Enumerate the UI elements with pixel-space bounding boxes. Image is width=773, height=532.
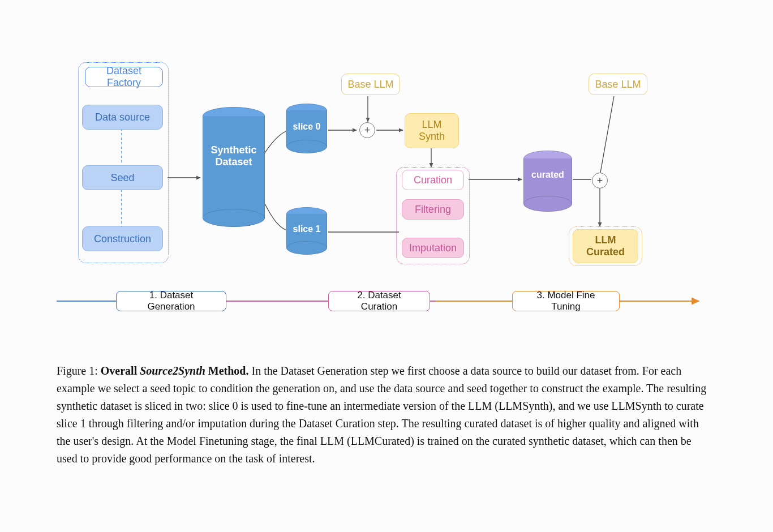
caption-title-b: Method. [205,364,249,377]
figure-caption: Figure 1: Overall Source2Synth Method. I… [57,362,711,467]
dataset-factory-title: Dataset Factory [85,67,163,87]
synthetic-dataset-cylinder: Synthetic Dataset [203,116,265,218]
plus-node-1: + [359,122,375,138]
timeline-step-3: 3. Model Fine Tuning [512,291,620,311]
curation-box: Curation [402,170,464,190]
construction-box: Construction [82,226,163,251]
imputation-box: Imputation [402,238,464,258]
timeline-step-2: 2. Dataset Curation [328,291,430,311]
data-source-box: Data source [82,105,163,130]
plus-node-2: + [592,173,608,188]
slice0-cylinder: slice 0 [286,110,327,147]
slice1-cylinder: slice 1 [286,214,327,248]
filtering-box: Filtering [402,199,464,220]
figure-label: Figure 1: [57,364,101,377]
curated-cylinder: curated [523,158,572,204]
seed-box: Seed [82,165,163,190]
svg-line-10 [600,96,614,173]
caption-title-a: Overall [101,364,140,377]
llm-synth-box: LLM Synth [405,113,459,148]
llm-curated-box: LLM Curated [573,229,638,263]
caption-body: In the Dataset Generation step we first … [57,364,706,465]
base-llm-1: Base LLM [341,74,400,95]
caption-title-italic: Source2Synth [140,364,205,377]
timeline-step-1: 1. Dataset Generation [116,291,226,311]
base-llm-2: Base LLM [589,74,647,95]
